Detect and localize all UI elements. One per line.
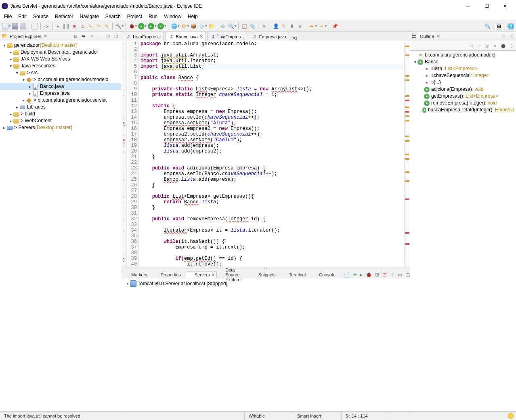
profile-icon[interactable]: ⊞	[375, 272, 379, 278]
menu-run[interactable]: Run	[145, 13, 161, 20]
minimize-button[interactable]: ─	[459, 0, 477, 12]
tab-close-icon[interactable]: ✕	[199, 34, 203, 39]
outline-item[interactable]: ■ S chaveSequencial : Integer	[410, 72, 516, 79]
filter-icon[interactable]: ▿	[88, 33, 95, 40]
tree-item[interactable]: ▸Deployment Descriptor: gerenciador	[0, 49, 121, 56]
output-icon[interactable]: 📄	[344, 272, 350, 278]
bottom-tab-terminal[interactable]: Terminal	[281, 272, 308, 278]
view-close-icon[interactable]: ✕	[44, 33, 47, 39]
view-close-icon[interactable]: ✕	[436, 33, 440, 39]
tree-item[interactable]: ▾gerenciador [Desktop master]	[0, 42, 121, 49]
view-menu-icon[interactable]: ⋮	[508, 43, 514, 49]
outline-item[interactable]: ●buscaEmpresaPelaId(Integer) : Empresa	[410, 107, 516, 113]
expand-icon[interactable]: ▸	[27, 83, 32, 90]
editor-tab[interactable]: JBanco.java✕	[166, 32, 206, 41]
project-tree[interactable]: ▾gerenciador [Desktop master]▸Deployment…	[0, 41, 121, 411]
menu-refactor[interactable]: Refactor	[52, 13, 76, 20]
tree-item[interactable]: ▸JAX-WS Web Services	[0, 56, 121, 63]
more-tabs-icon[interactable]: »₂	[291, 34, 300, 41]
maximize-view-icon[interactable]: ▢	[508, 33, 514, 40]
java-ee-perspective-icon[interactable]: 🌐	[508, 23, 514, 29]
outline-item[interactable]: ■ S {...}	[410, 79, 516, 86]
coverage-icon[interactable]: ▸	[148, 23, 154, 29]
bottom-tab-properties[interactable]: Properties	[152, 272, 182, 278]
expand-icon[interactable]: ▸	[21, 97, 26, 104]
bottom-tab-servers[interactable]: Servers✕	[186, 272, 217, 278]
menu-project[interactable]: Project	[124, 13, 145, 20]
maximize-view-icon[interactable]: ▢	[405, 272, 410, 278]
collapse-all-icon[interactable]: ⊟	[72, 33, 79, 40]
step-return-icon[interactable]: ↰	[103, 23, 110, 29]
push-icon[interactable]: ★	[297, 23, 303, 29]
outline-item[interactable]: ▾●Banco	[410, 59, 516, 65]
tree-item[interactable]: ▸> build	[0, 111, 121, 117]
expand-icon[interactable]: ▸	[2, 124, 6, 131]
maximize-button[interactable]: ☐	[477, 0, 496, 12]
bottom-tab-markers[interactable]: Markers	[123, 272, 149, 278]
skip-breakpoints-icon[interactable]: ⤼	[43, 23, 50, 29]
back-icon[interactable]: ⬅	[308, 23, 315, 29]
debug-server-icon[interactable]: 🐞	[366, 272, 372, 278]
new-server-icon[interactable]: ✳	[353, 272, 357, 278]
minimize-view-icon[interactable]: ▭	[500, 33, 506, 40]
collapse-icon[interactable]: ▾	[15, 69, 19, 76]
quick-access-icon[interactable]: 🔍	[484, 23, 491, 29]
link-icon[interactable]: 📎	[249, 23, 256, 29]
save-icon[interactable]	[12, 23, 18, 29]
source-area[interactable]: package br.com.alura.gerenciador.modelo;…	[139, 41, 404, 266]
search-icon[interactable]: 🔍	[228, 23, 234, 29]
hide-local-icon[interactable]: ⬤	[500, 43, 506, 49]
build-icon[interactable]: 🔨	[115, 23, 122, 29]
outline-item[interactable]: ●adiciona(Empresa) : void	[410, 86, 516, 93]
debug-icon[interactable]: 🐞	[128, 23, 135, 29]
pin-editor-icon[interactable]: 📌	[331, 23, 338, 29]
hide-fields-icon[interactable]: ↓ᵃ	[476, 43, 482, 49]
outline-item[interactable]: ⊞br.com.alura.gerenciador.modelo	[410, 52, 516, 59]
horizontal-scrollbar[interactable]: ‹ ›	[121, 266, 410, 270]
overview-ruler[interactable]	[404, 41, 410, 266]
new-dyn-web-icon[interactable]: ⚙	[180, 23, 187, 29]
team-icon[interactable]: π	[261, 23, 267, 29]
step-over-icon[interactable]: ↷	[95, 23, 102, 29]
open-type-icon[interactable]: ⊙	[220, 23, 226, 29]
expand-icon[interactable]: ▸	[8, 117, 13, 124]
expand-icon[interactable]: ▸	[15, 104, 19, 111]
collapse-icon[interactable]: ▾	[21, 76, 26, 83]
expand-icon[interactable]: ▸	[8, 49, 13, 56]
tree-item[interactable]: ▾Java Resources	[0, 63, 121, 69]
new-folder-icon[interactable]: 📁	[208, 23, 214, 29]
menu-help[interactable]: Help	[185, 13, 201, 20]
view-menu-icon[interactable]: ⋮	[96, 33, 103, 40]
collapse-icon[interactable]: ▾	[8, 63, 13, 69]
task-icon[interactable]: ✎	[281, 23, 287, 29]
terminate-icon[interactable]: ■	[71, 23, 78, 29]
menu-search[interactable]: Search	[102, 13, 124, 20]
bottom-tab-snippets[interactable]: Snippets	[250, 272, 277, 278]
editor-tab[interactable]: JlistaEmpres...	[208, 32, 248, 41]
tree-item[interactable]: ▸Banco.java	[0, 83, 121, 90]
servers-view[interactable]: ▸ Tomcat v9.0 Server at localhost [Stopp…	[121, 279, 410, 411]
tree-item[interactable]: ▸> Servers [Desktop master]	[0, 124, 121, 131]
suspend-icon[interactable]: ❚❚	[63, 23, 69, 29]
expand-icon[interactable]: ▸	[8, 56, 13, 63]
tree-item[interactable]: ▸> br.com.alura.gerenciador.servlet	[0, 97, 121, 104]
view-menu-icon[interactable]: ⋮	[390, 272, 394, 278]
save-all-icon[interactable]	[20, 23, 26, 29]
tree-item[interactable]: ▸> WebContent	[0, 117, 121, 124]
disconnect-icon[interactable]: ⏏	[79, 23, 86, 29]
outline-item[interactable]: ●removeEmpresa(Integer) : void	[410, 100, 516, 107]
maximize-view-icon[interactable]: ▢	[113, 33, 119, 40]
paste-icon[interactable]: 📋	[241, 23, 248, 29]
stop-icon[interactable]: ⊟	[382, 272, 386, 278]
menu-edit[interactable]: Edit	[15, 13, 30, 20]
run-icon[interactable]: ▸	[138, 23, 145, 29]
code-editor[interactable]: 1234567891011121314151617181920212223242…	[121, 41, 410, 266]
hide-nonpublic-icon[interactable]: ○	[492, 43, 498, 49]
tree-item[interactable]: ▸Libraries	[0, 104, 121, 111]
annotation-icon[interactable]: 👤	[273, 23, 279, 29]
outline-item[interactable]: ●getEmpresas() : List<Empresa>	[410, 93, 516, 100]
new-class-icon[interactable]: ◎	[198, 23, 205, 29]
menu-file[interactable]: File	[1, 13, 15, 20]
collapse-icon[interactable]: ▾	[2, 42, 6, 49]
dropdown-icon[interactable]: ▾	[9, 24, 10, 28]
